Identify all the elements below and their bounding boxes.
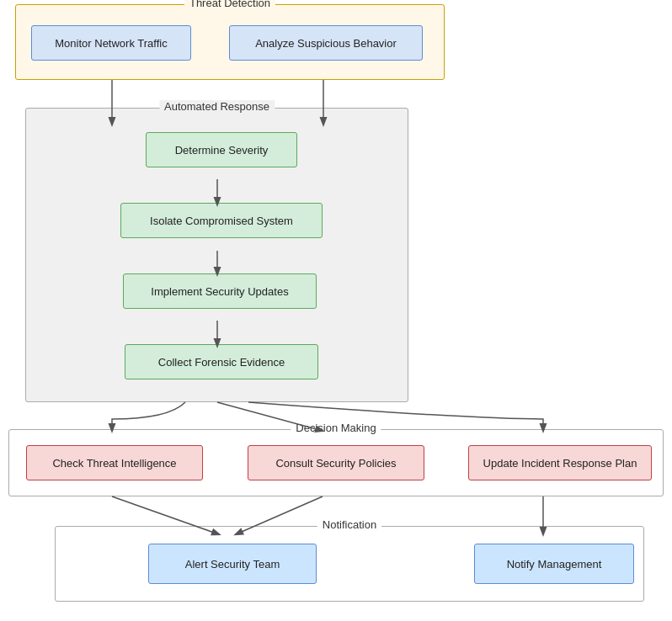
- node-security-policy[interactable]: Consult Security Policies: [248, 445, 424, 480]
- notification-group-label: Notification: [317, 518, 381, 531]
- group-automated: Automated Response Determine Severity Is…: [25, 108, 408, 402]
- node-notify-mgmt[interactable]: Notify Management: [474, 544, 634, 584]
- node-alert-team[interactable]: Alert Security Team: [148, 544, 317, 584]
- node-forensic[interactable]: Collect Forensic Evidence: [125, 344, 318, 380]
- node-isolate[interactable]: Isolate Compromised System: [120, 203, 323, 238]
- group-decision: Decision Making Check Threat Intelligenc…: [8, 429, 664, 496]
- threat-group-label: Threat Detection: [184, 0, 275, 9]
- node-monitor[interactable]: Monitor Network Traffic: [31, 25, 191, 61]
- node-incident-plan[interactable]: Update Incident Response Plan: [468, 445, 652, 480]
- node-severity[interactable]: Determine Severity: [146, 132, 297, 167]
- group-threat: Threat Detection Monitor Network Traffic…: [15, 4, 445, 80]
- automated-group-label: Automated Response: [159, 100, 275, 113]
- group-notification: Notification Alert Security Team Notify …: [55, 526, 644, 602]
- node-analyze[interactable]: Analyze Suspicious Behavior: [229, 25, 423, 61]
- node-threat-intel[interactable]: Check Threat Intelligence: [26, 445, 203, 480]
- decision-group-label: Decision Making: [291, 422, 381, 434]
- node-updates[interactable]: Implement Security Updates: [123, 273, 317, 309]
- diagram-container: Threat Detection Monitor Network Traffic…: [0, 0, 672, 621]
